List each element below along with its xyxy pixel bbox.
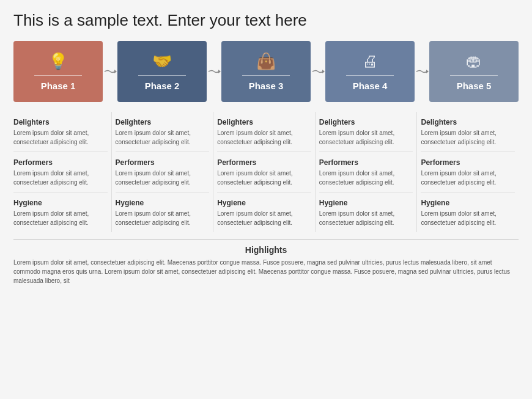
highlights-title: Highlights — [13, 245, 519, 255]
col2-performers-body: Lorem ipsum dolor sit amet, consectetuer… — [116, 169, 210, 187]
arrow-4-5 — [415, 41, 429, 102]
phase-5-divider — [450, 75, 498, 76]
col5-performers: Performers Lorem ipsum dolor sit amet, c… — [421, 152, 515, 192]
col2-delighters-body: Lorem ipsum dolor sit amet, consectetuer… — [116, 129, 210, 147]
col1-hygiene-body: Lorem ipsum dolor sit amet, consectetuer… — [13, 210, 108, 227]
phase-2-label: Phase 2 — [145, 81, 180, 91]
phase-2-icon: 🤝 — [152, 53, 172, 69]
col4-performers-body: Lorem ipsum dolor sit amet, consectetuer… — [319, 169, 413, 187]
phase-5-label: Phase 5 — [457, 81, 492, 91]
phase-3-divider — [242, 75, 290, 76]
col4-hygiene-title: Hygiene — [319, 199, 413, 207]
col5-performers-body: Lorem ipsum dolor sit amet, consectetuer… — [421, 169, 515, 187]
phase-4-divider — [346, 75, 394, 76]
col1-hygiene-title: Hygiene — [13, 199, 108, 207]
phase-2-divider — [138, 75, 186, 76]
col5-delighters-body: Lorem ipsum dolor sit amet, consectetuer… — [421, 129, 515, 147]
svg-marker-2 — [322, 70, 325, 73]
phase-3-icon: 👜 — [256, 53, 276, 69]
col4-hygiene-body: Lorem ipsum dolor sit amet, consectetuer… — [319, 210, 413, 227]
content-col-5: Delighters Lorem ipsum dolor sit amet, c… — [417, 112, 519, 232]
col2-hygiene-title: Hygiene — [116, 199, 210, 207]
col3-delighters-body: Lorem ipsum dolor sit amet, consectetuer… — [217, 129, 311, 147]
col3-hygiene: Hygiene Lorem ipsum dolor sit amet, cons… — [217, 192, 311, 232]
col4-performers: Performers Lorem ipsum dolor sit amet, c… — [319, 152, 413, 192]
col5-delighters: Delighters Lorem ipsum dolor sit amet, c… — [421, 112, 515, 152]
highlights-body: Lorem ipsum dolor sit amet, consectetuer… — [13, 258, 519, 285]
col2-hygiene-body: Lorem ipsum dolor sit amet, consectetuer… — [116, 210, 210, 227]
arrow-2-3 — [207, 41, 221, 102]
phase-1-block[interactable]: 💡 Phase 1 — [13, 41, 103, 102]
col1-delighters-title: Delighters — [13, 118, 108, 126]
content-col-2: Delighters Lorem ipsum dolor sit amet, c… — [112, 112, 214, 232]
col2-delighters-title: Delighters — [116, 118, 210, 126]
col3-hygiene-title: Hygiene — [217, 199, 311, 207]
col3-performers: Performers Lorem ipsum dolor sit amet, c… — [217, 152, 311, 192]
col4-performers-title: Performers — [319, 158, 413, 167]
phase-1-icon: 💡 — [48, 53, 68, 69]
col2-hygiene: Hygiene Lorem ipsum dolor sit amet, cons… — [116, 192, 210, 232]
phase-2-block[interactable]: 🤝 Phase 2 — [117, 41, 207, 102]
col5-hygiene: Hygiene Lorem ipsum dolor sit amet, cons… — [421, 192, 515, 232]
col1-performers: Performers Lorem ipsum dolor sit amet, c… — [13, 152, 108, 192]
col3-performers-body: Lorem ipsum dolor sit amet, consectetuer… — [217, 169, 311, 187]
svg-marker-0 — [114, 70, 117, 73]
svg-marker-1 — [218, 70, 221, 73]
col2-delighters: Delighters Lorem ipsum dolor sit amet, c… — [116, 112, 210, 152]
content-col-3: Delighters Lorem ipsum dolor sit amet, c… — [213, 112, 316, 232]
highlights-section: Highlights Lorem ipsum dolor sit amet, c… — [13, 240, 519, 285]
phase-3-block[interactable]: 👜 Phase 3 — [221, 41, 311, 102]
col1-delighters-body: Lorem ipsum dolor sit amet, consectetuer… — [13, 129, 108, 147]
phase-5-icon: 🏟 — [466, 53, 482, 69]
page: This is a sample text. Enter your text h… — [0, 0, 532, 399]
svg-marker-3 — [426, 70, 429, 73]
phase-3-label: Phase 3 — [249, 81, 284, 91]
phase-1-label: Phase 1 — [41, 81, 76, 91]
col1-hygiene: Hygiene Lorem ipsum dolor sit amet, cons… — [13, 192, 108, 232]
phase-4-icon: 🖨 — [362, 53, 378, 69]
content-grid: Delighters Lorem ipsum dolor sit amet, c… — [13, 112, 519, 232]
col5-hygiene-title: Hygiene — [421, 199, 515, 207]
phase-4-block[interactable]: 🖨 Phase 4 — [325, 41, 415, 102]
phase-1-divider — [34, 75, 82, 76]
col2-performers-title: Performers — [116, 158, 210, 167]
content-col-1: Delighters Lorem ipsum dolor sit amet, c… — [13, 112, 112, 232]
phases-row: 💡 Phase 1 🤝 Phase 2 👜 — [13, 41, 519, 102]
content-col-4: Delighters Lorem ipsum dolor sit amet, c… — [316, 112, 418, 232]
phase-5-block[interactable]: 🏟 Phase 5 — [429, 41, 519, 102]
arrow-1-2 — [103, 41, 117, 102]
col4-delighters-title: Delighters — [319, 118, 413, 126]
col4-delighters: Delighters Lorem ipsum dolor sit amet, c… — [319, 112, 413, 152]
col4-hygiene: Hygiene Lorem ipsum dolor sit amet, cons… — [319, 192, 413, 232]
col3-delighters: Delighters Lorem ipsum dolor sit amet, c… — [217, 112, 311, 152]
col5-delighters-title: Delighters — [421, 118, 515, 126]
col4-delighters-body: Lorem ipsum dolor sit amet, consectetuer… — [319, 129, 413, 147]
phase-4-label: Phase 4 — [353, 81, 388, 91]
col1-performers-title: Performers — [13, 158, 108, 167]
col1-delighters: Delighters Lorem ipsum dolor sit amet, c… — [13, 112, 108, 152]
arrow-3-4 — [311, 41, 325, 102]
col2-performers: Performers Lorem ipsum dolor sit amet, c… — [116, 152, 210, 192]
col5-hygiene-body: Lorem ipsum dolor sit amet, consectetuer… — [421, 210, 515, 227]
col3-delighters-title: Delighters — [217, 118, 311, 126]
col3-hygiene-body: Lorem ipsum dolor sit amet, consectetuer… — [217, 210, 311, 227]
col1-performers-body: Lorem ipsum dolor sit amet, consectetuer… — [13, 169, 108, 187]
col5-performers-title: Performers — [421, 158, 515, 167]
page-title: This is a sample text. Enter your text h… — [13, 11, 519, 30]
col3-performers-title: Performers — [217, 158, 311, 167]
